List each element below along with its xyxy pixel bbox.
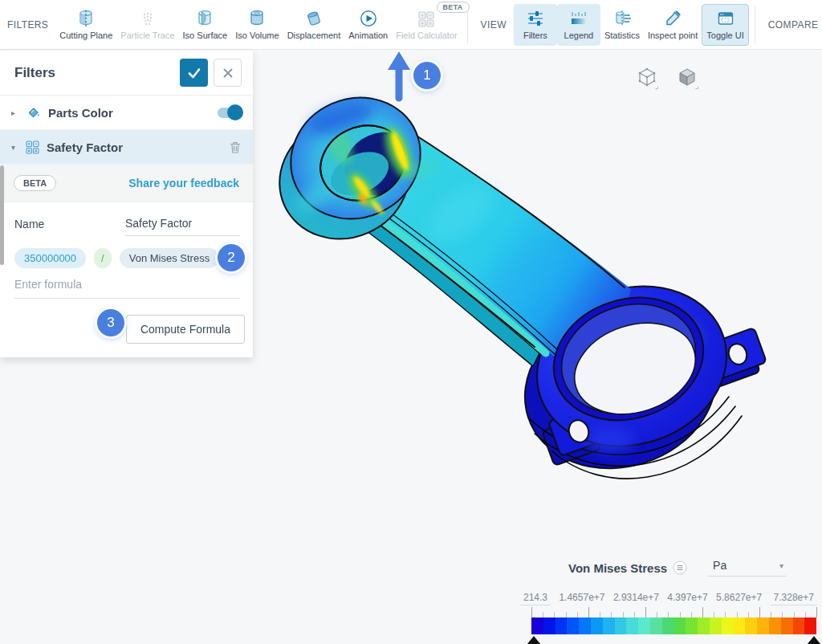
tool-label: Legend [564,31,594,40]
unit-select[interactable]: Pa ▾ [708,559,787,577]
colorbar-wrap [531,607,816,634]
filters-panel: Filters ▸ Parts Color ▾ [0,51,253,357]
legend-max-value[interactable]: 7.328e+7 [771,592,817,605]
tool-view-legend[interactable]: Legend [557,4,600,46]
view-section-label: VIEW [481,19,507,31]
filters-section-label: FILTERS [7,19,48,31]
tool-displacement[interactable]: Displacement [283,4,345,46]
wireframe-cube-icon [635,66,659,90]
field-calculator-beta-badge: BETA [437,2,470,13]
formula-chip-number[interactable]: 350000000 [14,248,86,268]
field-grid-icon [26,141,39,154]
apply-button[interactable] [180,59,208,87]
close-icon [222,67,234,79]
trash-icon[interactable] [229,141,242,154]
feedback-link[interactable]: Share your feedback [128,177,239,190]
annotation-step-2: 2 [218,244,245,271]
cutting-plane-icon [76,9,96,28]
tool-view-filters[interactable]: Filters [514,4,557,46]
formula-input[interactable]: Enter formula [14,278,240,299]
legend-menu-button[interactable] [673,560,687,575]
beta-feedback-row: BETA Share your feedback [0,165,253,202]
legend-tick-labels: 214.3 1.4657e+7 2.9314e+7 4.397e+7 5.862… [520,592,817,605]
name-label: Name [14,218,111,236]
formula-chips-row: 350000000 / Von Mises Stress [0,238,253,268]
filter-row-parts-color[interactable]: ▸ Parts Color [0,96,253,130]
tool-toggle-ui[interactable]: Toggle UI [702,4,748,46]
tool-label: Animation [348,31,388,40]
particle-trace-icon [138,9,157,28]
tool-field-calculator[interactable]: BETA Field Calculator [392,4,461,46]
colorbar-max-marker[interactable] [807,636,821,644]
unit-value: Pa [713,559,726,572]
tool-label: Iso Surface [183,31,228,40]
annotation-step-1: 1 [413,62,441,89]
colorbar-min-marker[interactable] [527,636,541,644]
displacement-icon [304,9,324,28]
filter-row-safety-factor[interactable]: ▾ Safety Factor [0,130,253,165]
tool-label: Displacement [287,31,341,40]
legend-icon [569,9,588,28]
tool-label: Field Calculator [396,31,457,40]
iso-volume-icon [247,9,267,28]
compute-row: Compute Formula [0,299,253,357]
filters-icon [526,9,545,28]
hamburger-circle-icon [673,560,687,575]
legend-tick: 2.9314e+7 [613,592,659,605]
legend-tick: 5.8627e+7 [716,592,762,605]
tool-view-statistics[interactable]: Statistics [600,4,644,46]
animation-icon [359,9,378,28]
compute-formula-button[interactable]: Compute Formula [126,315,245,344]
panel-scrollbar[interactable] [0,165,4,265]
tool-label: Filters [523,31,547,40]
tool-label: Iso Volume [235,31,279,40]
tool-iso-volume[interactable]: Iso Volume [231,4,283,46]
legend-tick: 4.397e+7 [667,592,707,605]
paint-bucket-icon [26,105,41,120]
chevron-right-icon: ▸ [11,108,18,117]
field-calculator-icon [417,9,436,28]
iso-surface-icon [195,9,214,28]
colorbar[interactable] [531,618,816,634]
toggle-ui-icon [716,9,735,28]
top-toolbar: FILTERS Cutting Plane Particle Trace Iso [0,0,822,50]
name-row: Name Safety Factor [0,202,253,238]
inspect-point-icon [663,9,682,28]
filter-row-label: Parts Color [48,106,210,120]
tool-iso-surface[interactable]: Iso Surface [179,4,232,46]
tool-label: Cutting Plane [59,31,112,40]
legend-min-value[interactable]: 214.3 [520,592,551,605]
toggle-knob [227,104,243,120]
filter-row-label: Safety Factor [47,141,222,154]
tool-label: Toggle UI [706,31,743,40]
solid-cube-icon [675,66,699,90]
legend-title: Von Mises Stress [568,561,667,575]
beta-badge: BETA [14,175,56,191]
legend-header: Von Mises Stress Pa ▾ [568,559,817,577]
formula-chip-operator[interactable]: / [94,248,112,268]
name-input[interactable]: Safety Factor [125,217,240,236]
tool-label: Statistics [604,31,640,40]
toolbar-separator [755,6,755,43]
tool-label: Particle Trace [120,31,174,40]
tool-cutting-plane[interactable]: Cutting Plane [55,4,116,46]
parts-color-toggle[interactable] [218,108,242,118]
wireframe-cube-button[interactable] [633,64,661,92]
chevron-down-icon: ▾ [11,143,18,152]
colorbar-ruler [531,607,816,618]
solid-cube-button[interactable] [673,64,701,92]
chevron-down-icon: ▾ [779,561,783,570]
tool-particle-trace[interactable]: Particle Trace [116,4,178,46]
close-button[interactable] [214,59,242,87]
formula-chip-field[interactable]: Von Mises Stress [120,248,219,268]
tool-animation[interactable]: Animation [344,4,392,46]
panel-title: Filters [14,65,180,81]
legend-tick: 1.4657e+7 [559,592,604,605]
annotation-step-3: 3 [97,309,124,336]
filters-panel-header: Filters [0,51,253,96]
compare-section-label: COMPARE [768,19,819,31]
tool-inspect-point[interactable]: Inspect point [644,4,702,46]
check-icon [186,65,202,81]
statistics-icon [612,9,632,28]
tool-label: Inspect point [648,31,698,40]
